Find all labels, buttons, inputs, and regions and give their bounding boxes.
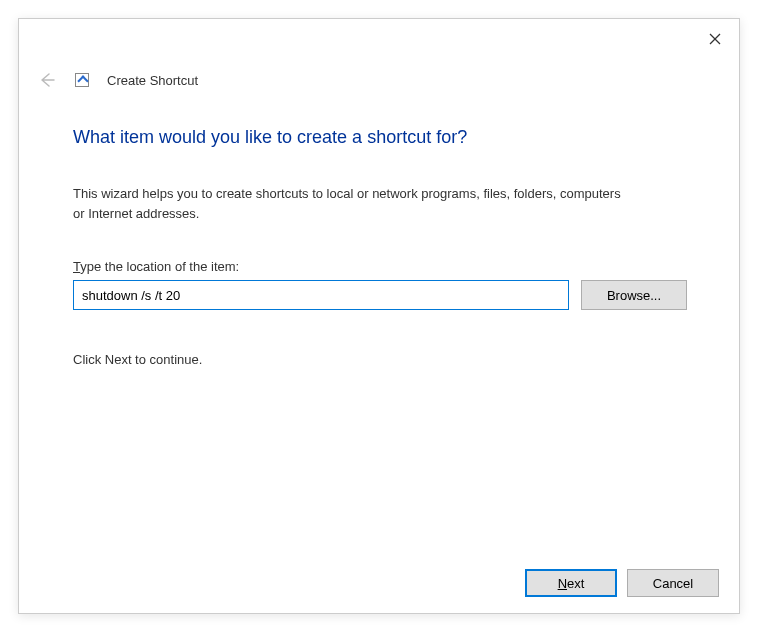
dialog-title: Create Shortcut — [107, 73, 198, 88]
next-button[interactable]: Next — [525, 569, 617, 597]
shortcut-icon — [75, 73, 89, 87]
next-text: ext — [567, 576, 584, 591]
close-button[interactable] — [707, 31, 723, 47]
location-label-text: ype the location of the item: — [80, 259, 239, 274]
back-button[interactable] — [35, 69, 57, 91]
content-area: What item would you like to create a sho… — [73, 127, 699, 367]
create-shortcut-dialog: Create Shortcut What item would you like… — [18, 18, 740, 614]
back-arrow-icon — [37, 71, 55, 89]
location-label: Type the location of the item: — [73, 259, 699, 274]
close-icon — [709, 33, 721, 45]
wizard-description: This wizard helps you to create shortcut… — [73, 184, 633, 223]
input-row: Browse... — [73, 280, 699, 310]
main-heading: What item would you like to create a sho… — [73, 127, 699, 148]
location-input[interactable] — [73, 280, 569, 310]
cancel-button[interactable]: Cancel — [627, 569, 719, 597]
continue-text: Click Next to continue. — [73, 352, 699, 367]
browse-button[interactable]: Browse... — [581, 280, 687, 310]
dialog-footer: Next Cancel — [525, 569, 719, 597]
next-accel: N — [558, 576, 567, 591]
header-bar: Create Shortcut — [35, 69, 198, 91]
